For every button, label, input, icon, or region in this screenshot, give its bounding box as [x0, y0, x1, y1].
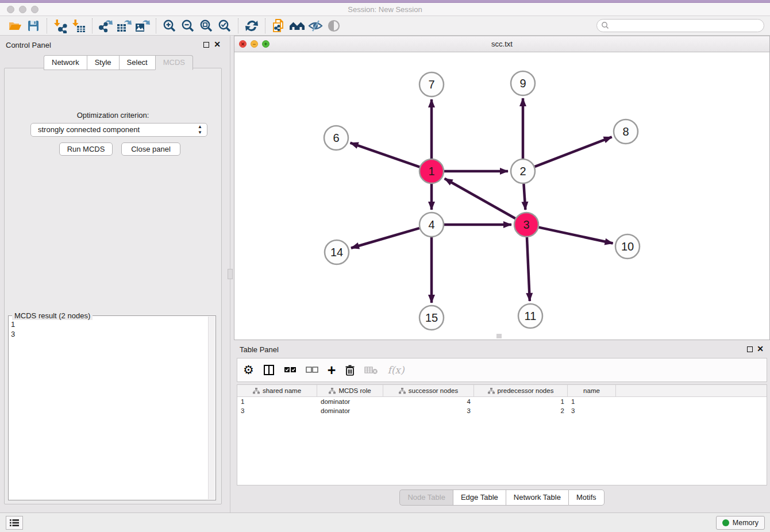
close-panel-button[interactable]: Close panel: [121, 142, 180, 156]
save-session-button[interactable]: [24, 17, 43, 34]
graph-edge-3-1[interactable]: [445, 179, 515, 218]
window-titlebar: Session: New Session: [0, 3, 770, 16]
network-graph[interactable]: 7968124314101511: [234, 52, 769, 340]
export-image-button[interactable]: [133, 17, 152, 34]
network-window-titlebar[interactable]: ✕ − + scc.txt: [234, 36, 769, 52]
search-icon: [601, 21, 609, 29]
tab-motifs[interactable]: Motifs: [568, 489, 605, 506]
splitter-handle[interactable]: [228, 269, 233, 279]
open-session-button[interactable]: [6, 17, 24, 34]
float-panel-icon[interactable]: [203, 42, 209, 48]
toolbar-separator: [92, 18, 93, 33]
delete-column-icon: [364, 365, 378, 375]
import-network-button[interactable]: [51, 17, 70, 34]
graph-node-6[interactable]: 6: [324, 126, 348, 150]
cell-mcds-role[interactable]: dominator: [317, 398, 383, 405]
column-header-successor-nodes[interactable]: successor nodes: [383, 385, 474, 396]
tab-network-table[interactable]: Network Table: [506, 489, 568, 506]
tab-mcds[interactable]: MCDS: [155, 55, 193, 70]
apply-layout-button[interactable]: [242, 17, 261, 34]
canvas-scroll-thumb[interactable]: [496, 334, 502, 338]
cell-predecessor-nodes[interactable]: 2: [474, 407, 568, 414]
toolbar-separator: [238, 18, 238, 33]
show-graphics-details-button[interactable]: [325, 17, 343, 34]
tab-edge-table[interactable]: Edge Table: [453, 489, 506, 506]
graph-edge-3-10[interactable]: [539, 228, 613, 244]
select-all-button[interactable]: [284, 361, 297, 379]
cell-predecessor-nodes[interactable]: 1: [474, 398, 568, 405]
zoom-selected-button[interactable]: [215, 17, 234, 34]
graph-node-9[interactable]: 9: [511, 71, 535, 95]
graph-node-4[interactable]: 4: [419, 213, 444, 237]
export-table-button[interactable]: [115, 17, 133, 34]
deselect-all-button[interactable]: [306, 361, 318, 379]
cell-successor-nodes[interactable]: 3: [383, 407, 474, 414]
tab-network[interactable]: Network: [44, 55, 87, 70]
optimization-criterion-select[interactable]: strongly connected component ▲▼: [30, 123, 207, 137]
list-icon: [9, 519, 20, 527]
cell-name[interactable]: 3: [568, 407, 616, 414]
tab-node-table[interactable]: Node Table: [399, 489, 453, 506]
graph-edge-2-8[interactable]: [535, 137, 612, 167]
duplicate-network-icon: [271, 18, 286, 34]
svg-text:8: 8: [622, 125, 629, 138]
graph-edge-2-3[interactable]: [523, 184, 525, 210]
network-canvas[interactable]: 7968124314101511: [234, 52, 769, 340]
zoom-out-button[interactable]: [179, 17, 197, 34]
column-header-predecessor-nodes[interactable]: predecessor nodes: [474, 385, 568, 396]
close-panel-icon[interactable]: ✕: [214, 41, 221, 47]
tab-select[interactable]: Select: [119, 55, 155, 70]
export-network-button[interactable]: [97, 17, 115, 34]
task-history-button[interactable]: [6, 516, 23, 530]
svg-text:10: 10: [621, 240, 634, 253]
tab-style[interactable]: Style: [87, 55, 119, 70]
graph-node-2[interactable]: 2: [511, 159, 535, 183]
cell-shared-name[interactable]: 3: [237, 407, 317, 414]
window-title: Session: New Session: [0, 5, 770, 14]
table-header-row: shared name MCDS role successor nodes pr…: [237, 385, 767, 397]
result-scrollbar[interactable]: [208, 317, 215, 499]
delete-row-button[interactable]: [345, 361, 355, 379]
graph-node-7[interactable]: 7: [419, 72, 444, 97]
hide-graphics-details-button[interactable]: [306, 17, 325, 34]
node-table[interactable]: shared name MCDS role successor nodes pr…: [237, 384, 767, 485]
memory-button[interactable]: Memory: [716, 516, 765, 530]
split-column-button[interactable]: [263, 361, 275, 379]
plus-icon: +: [328, 364, 336, 376]
graph-node-10[interactable]: 10: [615, 234, 640, 259]
graph-node-8[interactable]: 8: [614, 119, 638, 144]
import-table-button[interactable]: [70, 17, 88, 34]
fx-icon: f(x): [387, 364, 404, 376]
export-table-icon: [116, 18, 133, 33]
column-header-name[interactable]: name: [568, 385, 616, 396]
add-row-button[interactable]: +: [328, 361, 336, 379]
cell-shared-name[interactable]: 1: [237, 398, 317, 405]
search-input[interactable]: [596, 19, 764, 32]
graph-node-11[interactable]: 11: [518, 304, 542, 328]
table-row[interactable]: 3 dominator 3 2 3: [237, 406, 767, 415]
control-panel-tabs: Network Style Select MCDS: [44, 55, 193, 70]
run-mcds-button[interactable]: Run MCDS: [59, 142, 113, 156]
column-header-mcds-role[interactable]: MCDS role: [317, 385, 383, 396]
zoom-in-button[interactable]: [160, 17, 179, 34]
cell-successor-nodes[interactable]: 4: [383, 398, 474, 405]
table-row[interactable]: 1 dominator 4 1 1: [237, 397, 767, 406]
graph-node-14[interactable]: 14: [325, 240, 349, 264]
float-table-panel-icon[interactable]: [747, 346, 753, 352]
close-table-panel-icon[interactable]: ✕: [757, 346, 764, 352]
graph-edge-3-11[interactable]: [527, 237, 530, 301]
graph-node-15[interactable]: 15: [419, 306, 444, 330]
zoom-fit-button[interactable]: [197, 17, 215, 34]
zoom-selected-icon: [217, 18, 232, 33]
column-header-shared-name[interactable]: shared name: [237, 385, 317, 396]
graph-node-3[interactable]: 3: [514, 213, 538, 237]
cell-name[interactable]: 1: [568, 398, 616, 405]
birds-eye-view-button[interactable]: [288, 17, 306, 34]
cell-mcds-role[interactable]: dominator: [317, 407, 383, 414]
graph-edge-4-14[interactable]: [351, 228, 419, 248]
new-network-from-selection-button[interactable]: [270, 17, 288, 34]
graph-node-1[interactable]: 1: [419, 159, 444, 183]
column-label: predecessor nodes: [498, 387, 554, 394]
graph-edge-1-6[interactable]: [351, 143, 420, 167]
table-settings-button[interactable]: ⚙: [243, 361, 254, 379]
